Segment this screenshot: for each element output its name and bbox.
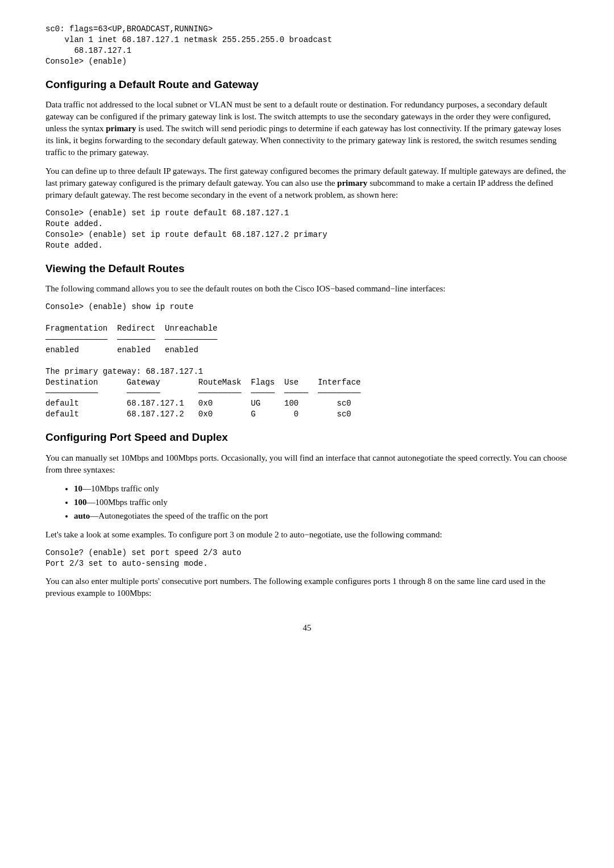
bold-term: primary — [337, 178, 367, 187]
heading-viewing-routes: Viewing the Default Routes — [45, 261, 569, 277]
text: —100Mbps traffic only — [87, 498, 168, 507]
code-block-interface: sc0: flags=63<UP,BROADCAST,RUNNING> vlan… — [45, 24, 569, 67]
paragraph: Let's take a look at some examples. To c… — [45, 529, 569, 541]
code-block-port-speed: Console? (enable) set port speed 2/3 aut… — [45, 548, 569, 569]
code-block-show-route: Console> (enable) show ip route Fragment… — [45, 302, 569, 420]
text: —10Mbps traffic only — [82, 484, 159, 493]
paragraph: You can manually set 10Mbps and 100Mbps … — [45, 452, 569, 476]
bold-term: 10 — [74, 484, 82, 493]
code-block-set-route: Console> (enable) set ip route default 6… — [45, 208, 569, 251]
heading-port-speed: Configuring Port Speed and Duplex — [45, 430, 569, 445]
heading-default-route: Configuring a Default Route and Gateway — [45, 77, 569, 93]
paragraph: You can define up to three default IP ga… — [45, 165, 569, 201]
paragraph: Data traffic not addressed to the local … — [45, 99, 569, 158]
page-number: 45 — [45, 622, 569, 634]
paragraph: The following command allows you to see … — [45, 283, 569, 295]
bold-term: 100 — [74, 498, 87, 507]
paragraph: You can also enter multiple ports' conse… — [45, 575, 569, 599]
list-item: auto—Autonegotiates the speed of the tra… — [74, 510, 569, 522]
bullet-list: 10—10Mbps traffic only 100—100Mbps traff… — [45, 483, 569, 522]
list-item: 10—10Mbps traffic only — [74, 483, 569, 495]
list-item: 100—100Mbps traffic only — [74, 496, 569, 508]
bold-term: auto — [74, 511, 90, 520]
text: —Autonegotiates the speed of the traffic… — [90, 511, 268, 520]
bold-term: primary — [106, 124, 136, 133]
